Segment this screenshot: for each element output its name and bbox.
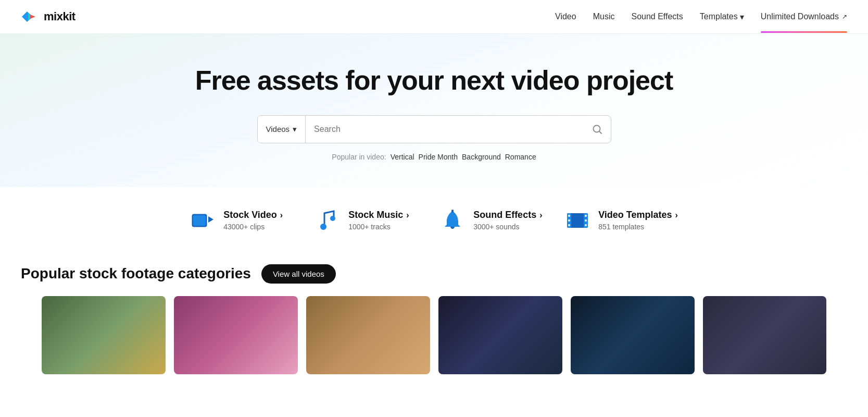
- video-grid: [21, 296, 847, 374]
- video-templates-title: Video Templates ›: [598, 210, 678, 220]
- svg-marker-7: [208, 216, 213, 223]
- logo-icon: [21, 9, 40, 24]
- nav-video[interactable]: Video: [555, 12, 576, 21]
- sound-effects-count: 3000+ sounds: [473, 223, 542, 231]
- svg-rect-16: [568, 224, 570, 226]
- video-templates-count: 851 templates: [598, 223, 678, 231]
- logo[interactable]: mixkit: [21, 9, 76, 24]
- popular-label: Popular in video:: [332, 153, 386, 161]
- stock-video-count: 43000+ clips: [223, 223, 283, 231]
- tag-background[interactable]: Background: [462, 153, 501, 161]
- svg-line-4: [599, 131, 601, 133]
- stock-video-title: Stock Video ›: [223, 210, 283, 220]
- stock-music-title: Stock Music ›: [348, 210, 409, 220]
- film-strip-icon: [565, 208, 590, 233]
- hero-section: Free assets for your next video project …: [0, 34, 868, 187]
- external-link-icon: ↗: [842, 13, 847, 20]
- category-section: Stock Video › 43000+ clips Stock Music ›…: [0, 187, 868, 249]
- search-submit-button[interactable]: [584, 116, 611, 143]
- tag-pride-month[interactable]: Pride Month: [419, 153, 458, 161]
- svg-rect-6: [193, 215, 206, 226]
- search-input[interactable]: [306, 116, 583, 143]
- category-stock-video[interactable]: Stock Video › 43000+ clips: [190, 208, 294, 233]
- stock-music-info: Stock Music › 1000+ tracks: [348, 210, 409, 231]
- video-card-5[interactable]: [571, 296, 695, 374]
- chevron-down-icon: ▾: [740, 12, 744, 22]
- sound-effects-info: Sound Effects › 3000+ sounds: [473, 210, 542, 231]
- category-stock-music[interactable]: Stock Music › 1000+ tracks: [315, 208, 419, 233]
- music-note-icon: [315, 208, 340, 233]
- nav-unlimited-downloads[interactable]: Unlimited Downloads ↗: [761, 12, 847, 21]
- arrow-right-icon: ›: [539, 211, 542, 220]
- video-card-2[interactable]: [174, 296, 298, 374]
- svg-rect-17: [585, 215, 587, 217]
- sound-effects-title: Sound Effects ›: [473, 210, 542, 220]
- search-bar: Videos ▾: [257, 115, 611, 143]
- search-type-dropdown[interactable]: Videos ▾: [258, 116, 306, 143]
- category-video-templates[interactable]: Video Templates › 851 templates: [565, 208, 678, 233]
- svg-point-9: [330, 216, 335, 221]
- svg-point-8: [320, 224, 326, 230]
- svg-rect-15: [568, 219, 570, 222]
- video-templates-info: Video Templates › 851 templates: [598, 210, 678, 231]
- nav-music[interactable]: Music: [593, 12, 615, 21]
- nav-templates[interactable]: Templates ▾: [700, 12, 744, 22]
- bell-icon: [440, 208, 465, 233]
- nav-sound-effects[interactable]: Sound Effects: [631, 12, 683, 21]
- hero-title: Free assets for your next video project: [10, 65, 858, 96]
- popular-header: Popular stock footage categories View al…: [21, 264, 847, 284]
- logo-text: mixkit: [44, 10, 76, 23]
- stock-music-count: 1000+ tracks: [348, 223, 409, 231]
- svg-rect-18: [585, 219, 587, 222]
- arrow-right-icon: ›: [280, 211, 283, 220]
- popular-section-title: Popular stock footage categories: [21, 265, 251, 282]
- main-nav: Video Music Sound Effects Templates ▾ Un…: [555, 12, 847, 22]
- tag-vertical[interactable]: Vertical: [391, 153, 414, 161]
- category-sound-effects[interactable]: Sound Effects › 3000+ sounds: [440, 208, 544, 233]
- unlimited-underline: [761, 31, 847, 33]
- video-card-1[interactable]: [42, 296, 166, 374]
- video-card-3[interactable]: [306, 296, 430, 374]
- search-icon: [592, 124, 602, 134]
- dropdown-chevron-icon: ▾: [293, 125, 297, 134]
- popular-section: Popular stock footage categories View al…: [0, 249, 868, 385]
- arrow-right-icon: ›: [406, 211, 409, 220]
- popular-tags: Popular in video: Vertical Pride Month B…: [10, 153, 858, 161]
- svg-rect-10: [451, 210, 454, 213]
- arrow-right-icon: ›: [675, 211, 678, 220]
- view-all-videos-button[interactable]: View all videos: [261, 264, 336, 284]
- svg-rect-14: [568, 215, 570, 217]
- video-card-4[interactable]: [438, 296, 562, 374]
- video-camera-icon: [190, 208, 215, 233]
- search-container: Videos ▾: [10, 115, 858, 143]
- stock-video-info: Stock Video › 43000+ clips: [223, 210, 283, 231]
- video-card-6[interactable]: [703, 296, 826, 374]
- svg-rect-19: [585, 224, 587, 226]
- header: mixkit Video Music Sound Effects Templat…: [0, 0, 868, 34]
- tag-romance[interactable]: Romance: [505, 153, 536, 161]
- svg-marker-2: [30, 15, 35, 19]
